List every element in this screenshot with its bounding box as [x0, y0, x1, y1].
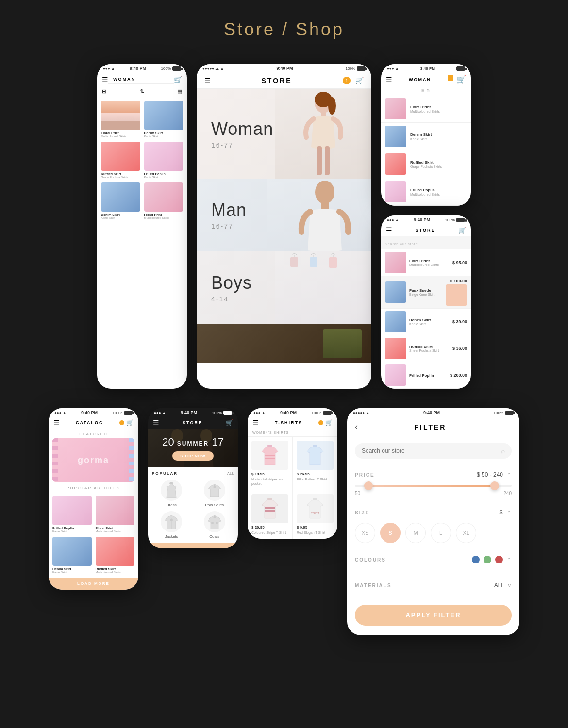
battery-icon-2 [357, 66, 366, 71]
list-item[interactable]: PRINT $ 9.95 Red Slogan T-Shirt [293, 490, 337, 539]
apply-filter-button[interactable]: APPLY FILTER [355, 605, 512, 626]
size-xl[interactable]: XL [456, 523, 476, 543]
list-item[interactable]: Ruffled Skirt Grape Fuchsia Skirts [381, 150, 471, 178]
filter-search-box[interactable]: ⌕ [355, 443, 512, 459]
hero-woman[interactable]: Woman 16-77 [197, 89, 371, 179]
size-m[interactable]: M [405, 523, 426, 543]
status-bar-8: ●●● ▲ 9:40 PM 100% [248, 408, 337, 417]
battery-icon [172, 66, 181, 71]
status-bar-1: ●●● ▲ 9:40 PM 100% [97, 64, 187, 73]
woman-header: ☰ WOMAN 🛒 [97, 73, 187, 86]
dot-icon [448, 75, 453, 81]
list-item[interactable]: Floral Print Multicoloured Skirts [96, 496, 135, 533]
price-item[interactable]: Floral Print Multicoloured Skirts $ 95.0… [381, 249, 471, 276]
list-item[interactable]: $ 20.95 Coloured Stripe T-Shirt [248, 490, 292, 539]
hamburger-icon-3[interactable]: ☰ [386, 76, 392, 83]
size-xs[interactable]: XS [355, 523, 375, 543]
product-image [52, 537, 92, 566]
category-coats[interactable]: Coats [195, 511, 234, 539]
woman-list-header: ☰ WOMAN 🛒 [381, 73, 471, 86]
price-item[interactable]: Faux Suede Beige Knee Skirt $ 100.00 [381, 276, 471, 309]
size-toggle[interactable] [507, 508, 512, 517]
cart-icon-7[interactable]: 🛒 [226, 419, 233, 426]
slider-thumb-max[interactable] [490, 481, 499, 490]
shop-now-button[interactable]: SHOP NOW [172, 451, 213, 461]
hamburger-icon-6[interactable]: ☰ [53, 419, 60, 427]
list-item[interactable]: Frilled Poplin Multicoloured Skirts [381, 178, 471, 206]
product-grid: Floral Print Multicoloured Skirts Denim … [97, 97, 187, 223]
size-l[interactable]: L [431, 523, 451, 543]
hamburger-icon-7[interactable]: ☰ [153, 419, 159, 427]
hamburger-icon-4[interactable]: ☰ [386, 226, 392, 234]
product-image [144, 182, 184, 212]
cart-icon-1[interactable]: 🛒 [174, 76, 182, 83]
dark-hero: 20 SUMMER 17 SHOP NOW [148, 429, 238, 467]
price-slider[interactable] [355, 485, 512, 487]
svg-point-2 [328, 97, 336, 115]
hamburger-icon[interactable]: ☰ [102, 76, 108, 83]
materials-toggle[interactable]: ∨ [507, 582, 512, 589]
list-item[interactable]: Ruffled Skirt Multicoloured Skirts [96, 537, 135, 574]
hamburger-icon-2[interactable]: ☰ [204, 77, 211, 84]
screen-store-dark: ●●● ▲ 9:40 PM 100% ☰ STORE 🛒 [148, 408, 238, 548]
item-thumb [385, 338, 406, 359]
list-item[interactable]: Ruffled Skirt Grape Fuchsia Skirts [101, 142, 140, 179]
hamburger-icon-8[interactable]: ☰ [252, 419, 259, 427]
filter-icon-sm[interactable]: ⊞ [102, 88, 106, 95]
list-item[interactable]: Floral Print Multicoloured Skirts [381, 95, 471, 123]
color-blue[interactable] [472, 556, 480, 563]
featured-banner[interactable]: gorma [52, 438, 134, 482]
price-item[interactable]: Frilled Poplin $ 200.00 [381, 362, 471, 389]
sort-icon-sm[interactable]: ⇅ [140, 88, 144, 95]
category-dress[interactable]: Dress [152, 480, 191, 507]
svg-rect-23 [265, 458, 275, 459]
hero-text-woman: Woman 16-77 [211, 119, 273, 149]
slider-thumb-min[interactable] [364, 481, 373, 490]
color-green[interactable] [484, 556, 491, 563]
dark-popular: POPULAR ALL Dress [148, 467, 238, 543]
list-item[interactable]: Frilled Poplin Kanie Skirt [144, 142, 184, 179]
cart-icon-6[interactable]: 🛒 [126, 419, 134, 426]
search-input[interactable] [362, 447, 497, 454]
list-item[interactable]: Denim Skirt Kanie Skirt [144, 101, 184, 138]
item-thumb [385, 252, 406, 273]
catalog-header: ☰ CATALOG 🛒 [49, 417, 138, 429]
hero-jungle[interactable] [197, 324, 371, 363]
price-list-items: Floral Print Multicoloured Skirts $ 95.0… [381, 249, 471, 389]
hero-boys[interactable]: Boys 4-14 [197, 251, 371, 324]
list-item[interactable]: $ 26.95 Ethic Pattern T-Shirt [293, 437, 337, 490]
svg-rect-7 [321, 203, 329, 209]
list-item[interactable]: Floral Print Multicoloured Skirts [101, 101, 140, 138]
load-more-button[interactable]: LOAD MORE [49, 578, 138, 590]
price-labels: 50 240 [355, 491, 512, 496]
size-s[interactable]: S [380, 523, 401, 543]
price-toggle[interactable] [507, 470, 512, 479]
view-icon-sm[interactable]: ▤ [177, 88, 182, 95]
cart-icon-3[interactable]: 🛒 [456, 75, 466, 84]
colours-toggle[interactable] [507, 555, 512, 564]
cart-icon-8[interactable]: 🛒 [325, 419, 333, 426]
list-item[interactable]: Floral Print Multicoloured Skirts [144, 182, 184, 219]
hero-man[interactable]: Man 16-77 [197, 179, 371, 251]
list-item[interactable]: Frilled Poplin Kanie Skirt [52, 496, 92, 533]
product-image [101, 142, 140, 171]
svg-rect-28 [313, 498, 317, 500]
battery-icon-5 [505, 411, 514, 415]
cart-icon-4[interactable]: 🛒 [458, 227, 466, 234]
list-item[interactable]: $ 19.95 Horizontal stripes and pocket [248, 437, 292, 490]
cart-icon-2[interactable]: 🛒 [355, 77, 364, 84]
list-item[interactable]: Denim Skirt Kanie Skirt [52, 537, 92, 574]
list-item[interactable]: Denim Skirt Kanie Skirt [381, 123, 471, 150]
category-jackets[interactable]: Jackets [152, 511, 191, 539]
price-item[interactable]: Ruffled Skirt Sheer Fuchsia Skirt $ 36.0… [381, 335, 471, 362]
store-list-header: ☰ STORE 🛒 [381, 224, 471, 236]
item-thumb [385, 181, 406, 202]
battery-icon-8 [323, 411, 332, 415]
category-polo[interactable]: Polo Shirts [195, 480, 234, 507]
svg-rect-26 [265, 507, 275, 509]
list-item[interactable]: Denim Skirt Kanie Skirt [101, 182, 140, 219]
price-item[interactable]: Denim Skirt Kanie Skirt $ 39.90 [381, 309, 471, 335]
screen-filter: ●●●●● ▲ 9:40 PM 100% ‹ FILTER ⌕ PRICE [347, 408, 519, 635]
color-red[interactable] [495, 556, 503, 563]
svg-rect-18 [170, 519, 173, 521]
